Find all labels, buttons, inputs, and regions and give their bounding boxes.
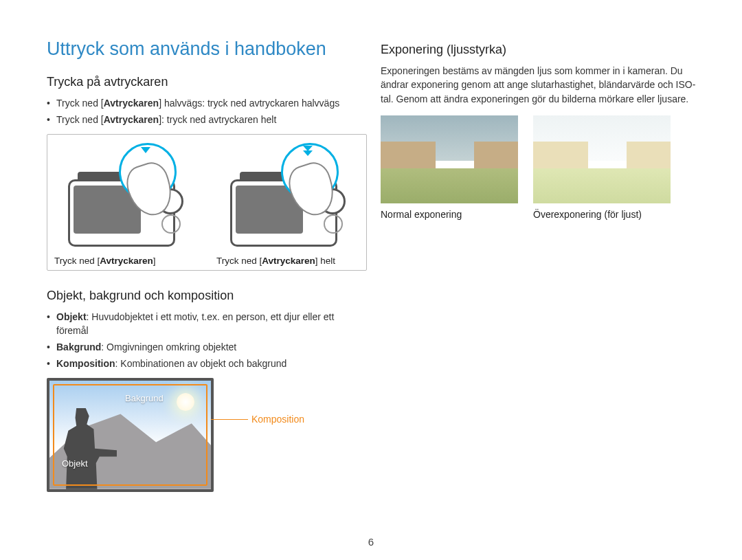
bullet-item: Tryck ned [Avtryckaren] halvvägs: tryck … [47,96,367,110]
label-komposition: Komposition [251,414,304,425]
label-objekt: Objekt [62,458,88,469]
bullet-item: Bakgrund: Omgivningen omkring objektet [47,340,367,354]
caption-full-press: Tryck ned [Avtryckaren] helt [216,256,359,266]
camera-half-press: Tryck ned [Avtryckaren] [54,143,197,266]
section-exposure-heading: Exponering (ljusstyrka) [381,43,701,57]
photo-normal-exposure [381,115,518,203]
bullet-item: Objekt: Huvudobjektet i ett motiv, t.ex.… [47,310,367,338]
manual-page: Uttryck som används i handboken Trycka p… [0,0,742,506]
callout-line [211,419,248,420]
camera-illustration-frame: Tryck ned [Avtryckaren] [47,134,367,271]
page-title: Uttryck som används i handboken [47,38,367,60]
composition-bullet-list: Objekt: Huvudobjektet i ett motiv, t.ex.… [47,310,367,371]
shutter-bullet-list: Tryck ned [Avtryckaren] halvvägs: tryck … [47,96,367,127]
bullet-item: Komposition: Kombinationen av objekt och… [47,357,367,370]
section-composition-heading: Objekt, bakgrund och komposition [47,289,367,303]
bullet-item: Tryck ned [Avtryckaren]: tryck ned avtry… [47,113,367,126]
page-number: 6 [0,536,742,548]
label-bakgrund: Bakgrund [125,393,164,403]
camera-full-press: Tryck ned [Avtryckaren] helt [216,143,359,266]
section-shutter-heading: Trycka på avtryckaren [47,75,367,89]
exposure-photo-row: Normal exponering Överexponering (för lj… [381,115,701,220]
caption-normal: Normal exponering [381,209,518,220]
photo-over-exposure [533,115,671,203]
caption-half-press: Tryck ned [Avtryckaren] [54,256,197,266]
left-column: Uttryck som används i handboken Trycka p… [47,38,367,492]
composition-diagram: Bakgrund Objekt Komposition [47,378,367,492]
right-column: Exponering (ljusstyrka) Exponeringen bes… [381,38,701,492]
press-arrow-single-icon [141,147,150,153]
caption-over: Överexponering (för ljust) [533,209,671,220]
exposure-paragraph: Exponeringen bestäms av mängden ljus som… [381,64,701,106]
